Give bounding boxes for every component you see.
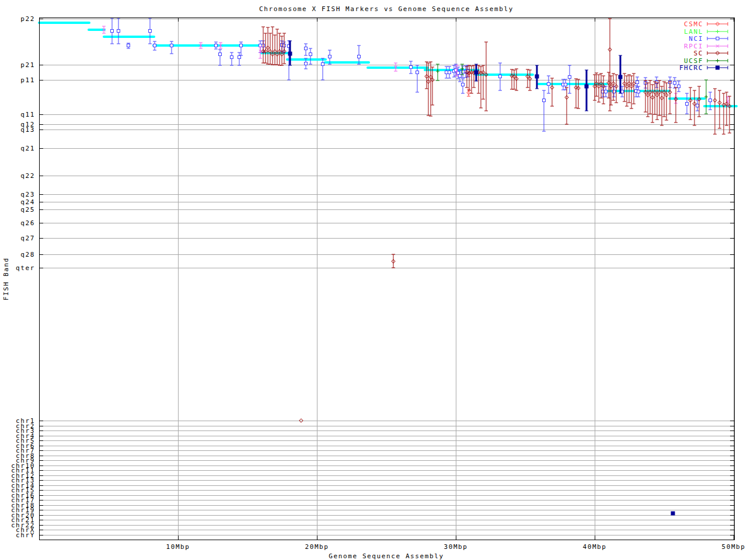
marker-square [238,56,241,59]
marker-square [602,90,605,93]
fish-marker-scatter-plot: 10Mbp20Mbp30Mbp40Mbp50Mbpp22p21p11q11q12… [0,0,747,560]
marker-square [322,63,324,66]
marker-square [673,82,676,85]
y-tick-label: q24 [20,198,35,206]
y-tick-label: q13 [20,126,35,134]
marker-square [153,44,156,47]
plot-frame [39,18,734,540]
marker-square [678,85,680,88]
marker-square [499,75,502,78]
y-tick-label: q23 [20,191,35,198]
marker-square [410,66,413,69]
marker-square [605,90,608,93]
marker-square-filled [288,52,292,55]
marker-square [117,30,120,33]
marker-square [568,76,571,79]
marker-square [613,90,616,93]
marker-square-filled [671,512,675,515]
series-rpci [102,26,729,106]
y-tick-label: q25 [20,206,35,214]
legend: CSMCLANLNCIRPCISCUCSFFHCRC [679,20,728,72]
y-tick-label: chrY [16,531,35,539]
chart-title: Chromosome X FISH Markers vs Genome Sequ… [259,5,514,13]
gridlines [39,18,734,540]
marker-square-filled [474,71,478,74]
marker-square [329,55,331,58]
marker-square [637,90,640,93]
y-tick-label: p22 [20,15,35,23]
axis-ticks [39,18,734,540]
chart: 10Mbp20Mbp30Mbp40Mbp50Mbpp22p21p11q11q12… [0,0,747,560]
marker-square [448,71,451,74]
y-tick-label: qter [16,264,35,272]
marker-square [305,62,308,65]
marker-square [686,103,689,106]
marker-square [543,99,546,102]
legend-label: CSMC [684,20,703,28]
marker-square [462,71,465,74]
marker-square [716,37,719,40]
marker-square [655,81,658,84]
marker-square [309,53,312,56]
marker-square [636,81,639,84]
legend-label: FHCRC [679,64,703,72]
marker-square [445,71,448,74]
x-tick-label: 40Mbp [582,543,606,551]
marker-square [305,47,308,50]
legend-label: NCI [689,35,703,43]
marker-square [358,55,361,58]
marker-square [547,83,550,86]
x-tick-label: 10Mbp [166,543,190,551]
y-tick-label: p11 [20,76,35,84]
series-sc [261,19,731,422]
y-axis-label: FISH Band [2,257,10,300]
y-tick-label: q22 [20,172,35,180]
marker-square [215,44,218,47]
y-tick-label: q26 [20,219,35,227]
marker-square [462,83,465,86]
marker-square-filled [535,75,539,78]
x-tick-label: 50Mbp [721,543,745,551]
marker-square [170,44,173,47]
x-tick-label: 30Mbp [444,543,467,551]
y-tick-label: q21 [20,145,35,152]
marker-square [564,83,567,86]
x-tick-label: 20Mbp [305,543,329,551]
y-tick-label: q28 [20,251,35,258]
marker-square [416,71,419,74]
marker-square [709,99,712,102]
legend-label: SC [694,50,703,57]
marker-square [149,30,152,33]
series-fhcrc [288,41,675,515]
marker-square-filled [716,66,720,69]
marker-square-filled [585,85,588,88]
marker-square [696,104,699,107]
y-tick-label: q11 [20,111,35,118]
marker-square [231,56,233,59]
plot-border [39,18,734,540]
marker-square [219,53,222,56]
marker-square [127,44,130,47]
y-tick-label: q27 [20,235,35,242]
marker-square [111,30,114,33]
marker-square [240,44,243,47]
y-tick-label: p21 [20,61,35,69]
x-axis-label: Genome Sequence Assembly [329,552,444,560]
marker-square-filled [619,75,622,79]
